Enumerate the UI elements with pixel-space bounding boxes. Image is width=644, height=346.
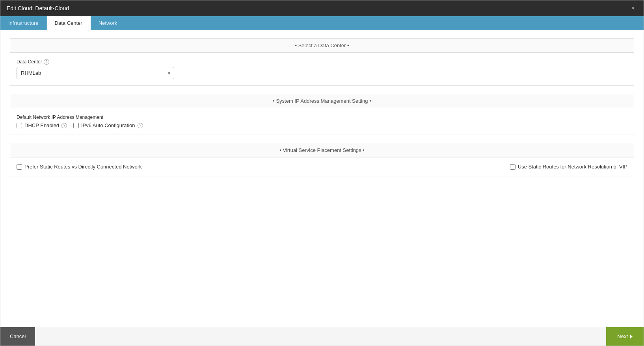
data-center-select[interactable]: RHMLab — [17, 67, 174, 79]
footer: Cancel Next — [0, 327, 644, 346]
prefer-static-item[interactable]: Prefer Static Routes vs Directly Connect… — [17, 164, 142, 170]
ipv6-auto-item[interactable]: IPv6 Auto Configuration ? — [73, 122, 143, 128]
ipv6-auto-label: IPv6 Auto Configuration — [81, 122, 135, 128]
ip-management-checkboxes: DHCP Enabled ? IPv6 Auto Configuration ? — [17, 122, 627, 128]
ip-management-section-header: • System IP Address Management Setting • — [10, 94, 634, 108]
ipv6-help-icon[interactable]: ? — [138, 123, 143, 128]
close-button[interactable]: × — [629, 4, 637, 12]
virtual-service-section: • Virtual Service Placement Settings • P… — [10, 143, 634, 176]
next-arrow-icon — [630, 335, 633, 339]
title-bar: Edit Cloud: Default-Cloud × — [0, 0, 644, 16]
dhcp-enabled-label: DHCP Enabled — [24, 122, 59, 128]
dhcp-help-icon[interactable]: ? — [61, 123, 67, 128]
data-center-field-label: Data Center ? — [17, 59, 627, 65]
use-static-item[interactable]: Use Static Routes for Network Resolution… — [510, 164, 627, 170]
ipv6-auto-checkbox[interactable] — [73, 123, 79, 128]
dialog-title: Edit Cloud: Default-Cloud — [7, 5, 69, 11]
virtual-service-section-header: • Virtual Service Placement Settings • — [10, 143, 634, 157]
tab-bar: Infrastructure Data Center Network — [0, 16, 644, 30]
dhcp-enabled-item[interactable]: DHCP Enabled ? — [17, 122, 67, 128]
prefer-static-label: Prefer Static Routes vs Directly Connect… — [24, 164, 142, 170]
use-static-label: Use Static Routes for Network Resolution… — [518, 164, 627, 170]
virtual-service-section-body: Prefer Static Routes vs Directly Connect… — [10, 157, 634, 176]
tab-network[interactable]: Network — [91, 16, 126, 30]
cancel-button[interactable]: Cancel — [0, 327, 35, 346]
prefer-static-checkbox[interactable] — [17, 164, 22, 170]
tab-infrastructure[interactable]: Infrastructure — [0, 16, 47, 30]
ip-management-section: • System IP Address Management Setting •… — [10, 94, 634, 135]
use-static-checkbox[interactable] — [510, 164, 516, 170]
next-button[interactable]: Next — [606, 327, 644, 346]
data-center-section-body: Data Center ? RHMLab ▾ — [10, 53, 634, 85]
tab-data-center[interactable]: Data Center — [47, 16, 91, 30]
vsp-row: Prefer Static Routes vs Directly Connect… — [17, 164, 627, 170]
data-center-help-icon[interactable]: ? — [44, 59, 49, 65]
content-area: • Select a Data Center • Data Center ? R… — [0, 30, 644, 327]
dhcp-enabled-checkbox[interactable] — [17, 123, 22, 128]
ip-management-section-body: Default Network IP Address Management DH… — [10, 108, 634, 135]
data-center-section: • Select a Data Center • Data Center ? R… — [10, 38, 634, 86]
ip-management-field-label: Default Network IP Address Management — [17, 115, 627, 120]
data-center-section-header: • Select a Data Center • — [10, 39, 634, 53]
data-center-select-wrapper: RHMLab ▾ — [17, 67, 174, 79]
dialog: Edit Cloud: Default-Cloud × Infrastructu… — [0, 0, 644, 346]
next-button-label: Next — [617, 333, 628, 339]
